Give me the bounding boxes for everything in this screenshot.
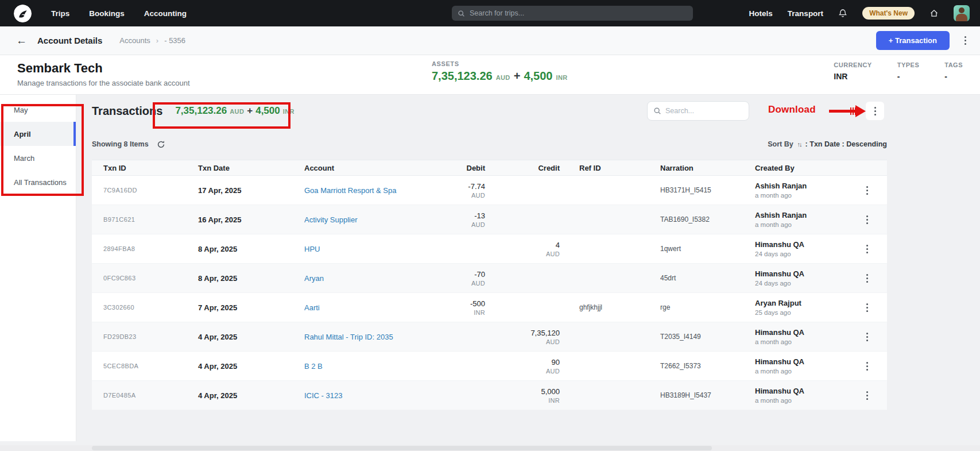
txn-date: 4 Apr, 2025 <box>198 333 304 341</box>
account-meta-item: CURRENCY INR <box>834 61 871 81</box>
meta-label: CURRENCY <box>834 61 871 68</box>
col-credit: Credit <box>485 164 560 172</box>
created-by-cell: Ashish Ranjan a month ago <box>755 182 847 199</box>
sidebar-month-item[interactable]: All Transactions <box>0 170 76 194</box>
sidebar-month-item[interactable]: May <box>0 98 76 122</box>
creator-name: Aryan Rajput <box>755 299 847 307</box>
debit-amount: -7.74 <box>468 182 485 191</box>
debit-cell <box>419 336 485 337</box>
transactions-search-input[interactable]: Search... <box>647 101 749 121</box>
whats-new-badge[interactable]: What's New <box>862 7 915 20</box>
debit-cell <box>419 365 485 367</box>
credit-cell: 90 AUD <box>485 358 560 375</box>
txn-id: 7C9A16DD <box>103 187 198 194</box>
nav-transport-link[interactable]: Transport <box>788 9 823 18</box>
nav-menu-item[interactable]: Bookings <box>89 9 125 18</box>
txn-date: 17 Apr, 2025 <box>198 186 304 195</box>
transactions-title: Transactions <box>92 105 162 118</box>
assets-block: ASSETS 7,35,123.26 AUD + 4,500 INR <box>432 60 568 83</box>
table-row: FD29DB23 4 Apr, 2025 Rahul Mittal - Trip… <box>92 322 887 352</box>
refresh-icon[interactable] <box>157 140 165 149</box>
row-kebab-menu-icon[interactable] <box>864 213 870 226</box>
credit-cell <box>485 307 560 308</box>
txn-id: 0FC9C863 <box>103 275 198 282</box>
transactions-panel: Transactions 7,35,123.26 AUD + 4,500 INR… <box>92 99 887 410</box>
breadcrumb: Accounts › - 5356 <box>119 36 185 45</box>
sembark-logo-icon[interactable] <box>14 5 32 22</box>
transactions-kebab-menu-button[interactable] <box>866 102 884 120</box>
account-link[interactable]: Rahul Mittal - Trip ID: 2035 <box>304 333 393 341</box>
notifications-bell-icon[interactable] <box>838 9 847 18</box>
sidebar-month-item[interactable]: March <box>0 146 76 170</box>
row-kebab-menu-icon[interactable] <box>864 184 870 197</box>
row-kebab-menu-icon[interactable] <box>864 272 870 285</box>
narration: TAB1690_I5382 <box>648 215 755 223</box>
account-link[interactable]: ICIC - 3123 <box>304 391 342 400</box>
page-kebab-menu-icon[interactable] <box>962 34 969 47</box>
total-amount-primary: 7,35,123.26 <box>175 105 227 117</box>
trip-search-input[interactable]: Search for trips... <box>452 6 693 21</box>
creator-name: Himanshu QA <box>755 240 847 249</box>
credit-currency: AUD <box>546 338 560 345</box>
showing-count: Showing 8 Items <box>92 140 149 148</box>
account-link[interactable]: HPU <box>304 245 320 253</box>
sort-control[interactable]: Sort By ↑↓ : Txn Date : Descending <box>768 140 887 148</box>
credit-amount: 5,000 <box>541 387 560 396</box>
created-time-ago: a month ago <box>755 221 847 228</box>
sort-value: : Txn Date : Descending <box>805 140 887 148</box>
debit-cell <box>419 395 485 396</box>
account-header: Sembark Tech Manage transactions for the… <box>0 55 980 95</box>
txn-id: 5CEC8BDA <box>103 363 198 369</box>
credit-currency: AUD <box>546 250 560 257</box>
narration: HB3189H_I5437 <box>648 391 755 399</box>
account-link[interactable]: B 2 B <box>304 362 323 371</box>
row-kebab-menu-icon[interactable] <box>864 242 870 256</box>
assets-amount-primary: 7,35,123.26 <box>432 70 493 83</box>
created-time-ago: a month ago <box>755 192 847 199</box>
table-header-row: Txn ID Txn Date Account Debit Credit Ref… <box>92 160 887 176</box>
narration: T2035_I4149 <box>648 333 755 341</box>
txn-date: 7 Apr, 2025 <box>198 303 304 312</box>
created-time-ago: 25 days ago <box>755 309 847 316</box>
content-area: May April March All Transactions Transac… <box>0 95 980 451</box>
account-link[interactable]: Aryan <box>304 274 324 283</box>
table-body: 7C9A16DD 17 Apr, 2025 Goa Marriott Respo… <box>92 176 887 410</box>
row-kebab-menu-icon[interactable] <box>864 360 870 373</box>
row-kebab-menu-icon[interactable] <box>864 301 870 314</box>
home-icon[interactable] <box>929 9 939 18</box>
account-link[interactable]: Goa Marriott Resport & Spa <box>304 186 396 195</box>
created-by-cell: Himanshu QA a month ago <box>755 357 847 375</box>
txn-id: B971C621 <box>103 216 198 223</box>
add-transaction-button[interactable]: + Transaction <box>876 31 950 50</box>
credit-amount: 7,35,120 <box>530 329 560 337</box>
debit-amount: -70 <box>474 270 485 279</box>
top-navbar: TripsBookingsAccounting Search for trips… <box>0 0 980 26</box>
txn-date: 4 Apr, 2025 <box>198 362 304 371</box>
credit-cell: 4 AUD <box>485 241 560 257</box>
txn-id: D7E0485A <box>103 392 198 399</box>
row-kebab-menu-icon[interactable] <box>864 389 870 402</box>
trip-search-placeholder: Search for trips... <box>470 9 524 17</box>
nav-menu-item[interactable]: Trips <box>51 9 69 18</box>
narration: T2662_I5373 <box>648 362 755 370</box>
account-link[interactable]: Aarti <box>304 303 320 312</box>
horizontal-scrollbar-thumb[interactable] <box>92 446 712 450</box>
account-link[interactable]: Activity Supplier <box>304 215 357 224</box>
account-meta-item: TAGS - <box>944 61 963 81</box>
total-currency-secondary: INR <box>283 108 295 115</box>
page-header-bar: ← Account Details Accounts › - 5356 + Tr… <box>0 26 980 55</box>
back-arrow-icon[interactable]: ← <box>16 34 27 47</box>
col-debit: Debit <box>419 164 485 172</box>
narration: HB3171H_I5415 <box>648 186 755 194</box>
created-by-cell: Himanshu QA 24 days ago <box>755 269 847 287</box>
breadcrumb-accounts[interactable]: Accounts <box>119 36 150 45</box>
row-kebab-menu-icon[interactable] <box>864 330 870 344</box>
transactions-table: Txn ID Txn Date Account Debit Credit Ref… <box>92 160 887 410</box>
sidebar-month-item[interactable]: April <box>0 122 76 146</box>
page: TripsBookingsAccounting Search for trips… <box>0 0 980 451</box>
meta-value: - <box>897 72 920 81</box>
user-avatar[interactable] <box>954 5 970 21</box>
nav-menu-item[interactable]: Accounting <box>144 9 187 18</box>
nav-hotels-link[interactable]: Hotels <box>749 9 773 18</box>
col-txn-id: Txn ID <box>103 164 198 172</box>
